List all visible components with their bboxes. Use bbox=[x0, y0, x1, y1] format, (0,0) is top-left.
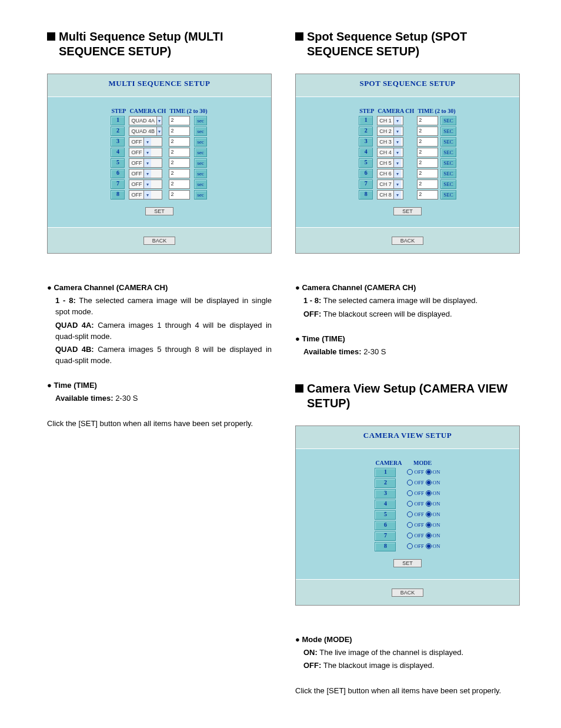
mode-off-radio[interactable]: OFF bbox=[407, 522, 424, 528]
camera-ch-dropdown[interactable]: CH 3▾ bbox=[377, 137, 403, 147]
chevron-down-icon: ▾ bbox=[143, 180, 151, 188]
multi-sequence-table: STEP CAMERA CH TIME (2 to 30) 1QUAD 4A▾2… bbox=[109, 107, 209, 200]
camera-ch-dropdown[interactable]: CH 8▾ bbox=[377, 190, 403, 200]
table-row: 1QUAD 4A▾2sec bbox=[109, 115, 209, 126]
def-quad4a: QUAD 4A: Camera images 1 through 4 will … bbox=[55, 320, 272, 343]
mode-on-radio[interactable]: ON bbox=[426, 469, 440, 475]
step-cell: 4 bbox=[359, 148, 373, 157]
table-row: 3OFF▾2sec bbox=[109, 137, 209, 147]
radio-icon bbox=[407, 480, 413, 486]
set-button[interactable]: SET bbox=[393, 207, 422, 215]
back-button[interactable]: BACK bbox=[143, 237, 176, 245]
radio-icon bbox=[426, 480, 432, 486]
time-input[interactable]: 2 bbox=[169, 116, 190, 125]
set-button[interactable]: SET bbox=[393, 559, 422, 567]
table-row: 5OFF▾2sec bbox=[109, 158, 209, 168]
step-cell: 4 bbox=[111, 148, 125, 157]
step-cell: 7 bbox=[111, 179, 125, 189]
def-quad4b: QUAD 4B: Camera images 5 through 8 will … bbox=[55, 344, 272, 367]
mode-on-radio[interactable]: ON bbox=[426, 480, 440, 486]
camera-ch-dropdown[interactable]: OFF▾ bbox=[129, 190, 162, 200]
table-row: 6OFF ON bbox=[373, 520, 441, 531]
chevron-down-icon: ▾ bbox=[393, 127, 401, 135]
time-input[interactable]: 2 bbox=[417, 127, 438, 136]
chevron-down-icon: ▾ bbox=[393, 180, 401, 188]
time-input[interactable]: 2 bbox=[417, 169, 438, 178]
camera-ch-dropdown[interactable]: CH 1▾ bbox=[377, 116, 403, 125]
time-input[interactable]: 2 bbox=[417, 148, 438, 157]
heading-spot-sequence: Spot Sequence Setup (SPOT SEQUENCE SETUP… bbox=[295, 29, 520, 59]
step-cell: 6 bbox=[111, 169, 125, 178]
mode-off-radio[interactable]: OFF bbox=[407, 469, 424, 475]
time-input[interactable]: 2 bbox=[169, 169, 190, 178]
radio-icon bbox=[407, 533, 413, 538]
radio-icon bbox=[407, 501, 413, 507]
time-input[interactable]: 2 bbox=[169, 179, 190, 189]
camera-channel-heading: Camera Channel (CAMERA CH) bbox=[47, 283, 272, 292]
square-bullet-icon bbox=[295, 384, 303, 393]
col-mode: MODE bbox=[403, 458, 441, 467]
time-input[interactable]: 2 bbox=[169, 158, 190, 168]
time-input[interactable]: 2 bbox=[417, 137, 438, 147]
step-cell: 3 bbox=[111, 137, 125, 147]
time-input[interactable]: 2 bbox=[417, 116, 438, 125]
camera-ch-dropdown[interactable]: QUAD 4A▾ bbox=[129, 116, 162, 125]
camera-ch-dropdown[interactable]: OFF▾ bbox=[129, 179, 162, 189]
square-bullet-icon bbox=[47, 32, 55, 41]
table-row: 4CH 4▾2SEC bbox=[358, 147, 457, 158]
camera-cell: 4 bbox=[375, 500, 396, 509]
mode-off-radio[interactable]: OFF bbox=[407, 480, 424, 486]
panel-title: SPOT SEQUENCE SETUP bbox=[296, 74, 519, 97]
time-input[interactable]: 2 bbox=[169, 137, 190, 147]
mode-on-radio[interactable]: ON bbox=[426, 543, 440, 549]
time-unit: sec bbox=[194, 116, 207, 125]
time-input[interactable]: 2 bbox=[417, 179, 438, 189]
step-cell: 8 bbox=[359, 190, 373, 200]
camera-cell: 8 bbox=[375, 542, 396, 551]
time-unit: SEC bbox=[440, 148, 456, 157]
time-input[interactable]: 2 bbox=[417, 190, 438, 200]
mode-on-radio[interactable]: ON bbox=[426, 501, 440, 507]
mode-off-radio[interactable]: OFF bbox=[407, 543, 424, 549]
table-row: 6CH 6▾2SEC bbox=[358, 168, 457, 179]
camera-ch-dropdown[interactable]: CH 5▾ bbox=[377, 158, 403, 168]
camera-ch-dropdown[interactable]: QUAD 4B▾ bbox=[129, 127, 162, 136]
table-row: 8OFF▾2sec bbox=[109, 190, 209, 200]
camera-ch-dropdown[interactable]: OFF▾ bbox=[129, 169, 162, 178]
def-off: OFF: The blackout image is displayed. bbox=[303, 660, 520, 672]
mode-off-radio[interactable]: OFF bbox=[407, 501, 424, 507]
camera-ch-dropdown[interactable]: OFF▾ bbox=[129, 158, 162, 168]
camera-ch-dropdown[interactable]: OFF▾ bbox=[129, 148, 162, 157]
time-input[interactable]: 2 bbox=[169, 190, 190, 200]
chevron-down-icon: ▾ bbox=[156, 117, 162, 125]
step-cell: 5 bbox=[111, 158, 125, 168]
camera-ch-dropdown[interactable]: CH 2▾ bbox=[377, 127, 403, 136]
def-off: OFF: The blackout screen will be display… bbox=[303, 309, 520, 320]
time-input[interactable]: 2 bbox=[417, 158, 438, 168]
mode-on-radio[interactable]: ON bbox=[426, 490, 440, 496]
camera-ch-dropdown[interactable]: CH 7▾ bbox=[377, 179, 403, 189]
time-input[interactable]: 2 bbox=[169, 148, 190, 157]
set-button[interactable]: SET bbox=[145, 207, 173, 215]
mode-off-radio[interactable]: OFF bbox=[407, 511, 424, 517]
panel-title: MULTI SEQUENCE SETUP bbox=[48, 74, 271, 97]
camera-ch-dropdown[interactable]: CH 6▾ bbox=[377, 169, 403, 178]
step-cell: 7 bbox=[359, 179, 373, 189]
camera-ch-dropdown[interactable]: CH 4▾ bbox=[377, 148, 403, 157]
mode-on-radio[interactable]: ON bbox=[426, 522, 440, 528]
time-unit: sec bbox=[194, 137, 207, 147]
radio-icon bbox=[407, 522, 413, 528]
step-cell: 5 bbox=[359, 158, 373, 168]
time-input[interactable]: 2 bbox=[169, 127, 190, 136]
mode-on-radio[interactable]: ON bbox=[426, 533, 440, 538]
radio-icon bbox=[426, 511, 432, 517]
spot-sequence-table: STEP CAMERA CH TIME (2 to 30) 1CH 1▾2SEC… bbox=[358, 107, 457, 200]
camera-ch-dropdown[interactable]: OFF▾ bbox=[129, 137, 162, 147]
mode-off-radio[interactable]: OFF bbox=[407, 490, 424, 496]
back-button[interactable]: BACK bbox=[392, 589, 424, 597]
camera-view-table: CAMERA MODE 1OFF ON2OFF ON3OFF ON4OFF ON… bbox=[373, 458, 441, 552]
chevron-down-icon: ▾ bbox=[143, 138, 151, 146]
mode-on-radio[interactable]: ON bbox=[426, 511, 440, 517]
mode-off-radio[interactable]: OFF bbox=[407, 533, 424, 538]
back-button[interactable]: BACK bbox=[392, 237, 424, 245]
